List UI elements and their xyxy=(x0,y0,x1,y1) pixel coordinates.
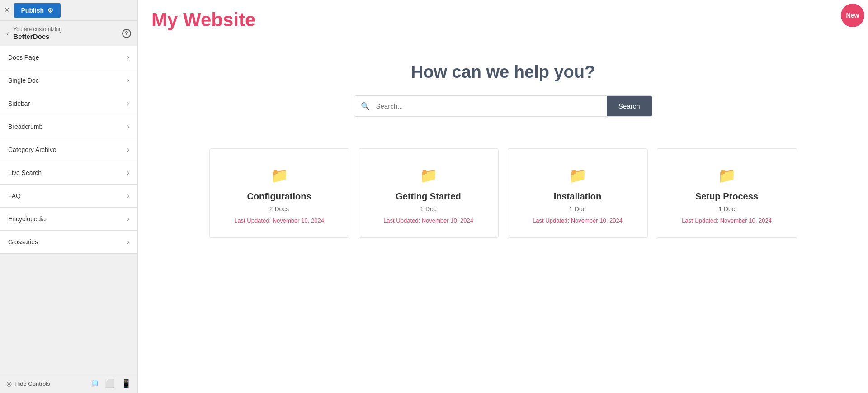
doc-card-updated: Last Updated: November 10, 2024 xyxy=(373,217,485,224)
main-content: My Website How can we help you? 🔍 Search… xyxy=(138,0,868,393)
search-button[interactable]: Search xyxy=(607,96,652,116)
doc-card-title: Getting Started xyxy=(373,191,485,202)
doc-card-updated: Last Updated: November 10, 2024 xyxy=(522,217,634,224)
publish-button[interactable]: Publish ⚙ xyxy=(14,3,61,18)
chevron-right-icon: › xyxy=(127,146,129,154)
folder-icon: 📁 xyxy=(223,167,335,184)
sidebar-nav: Docs Page›Single Doc›Sidebar›Breadcrumb›… xyxy=(0,46,137,374)
sidebar-item-label: Breadcrumb xyxy=(8,123,42,130)
chevron-right-icon: › xyxy=(127,53,129,62)
sidebar-item-breadcrumb[interactable]: Breadcrumb› xyxy=(0,115,137,138)
chevron-right-icon: › xyxy=(127,238,129,246)
desktop-view-icon[interactable]: 🖥 xyxy=(90,379,99,388)
doc-card-count: 2 Docs xyxy=(223,205,335,213)
site-title: My Website xyxy=(151,9,854,31)
doc-card-title: Configurations xyxy=(223,191,335,202)
folder-icon: 📁 xyxy=(522,167,634,184)
chevron-right-icon: › xyxy=(127,169,129,177)
hide-controls-label: Hide Controls xyxy=(14,380,50,387)
doc-card-count: 1 Doc xyxy=(373,205,485,213)
publish-label: Publish xyxy=(21,7,44,14)
search-input[interactable] xyxy=(376,96,607,116)
doc-card-count: 1 Doc xyxy=(671,205,783,213)
sidebar-item-glossaries[interactable]: Glossaries› xyxy=(0,231,137,254)
new-badge[interactable]: New xyxy=(841,4,864,27)
view-controls: 🖥 ⬜ 📱 xyxy=(90,379,131,388)
tablet-view-icon[interactable]: ⬜ xyxy=(105,379,115,388)
sidebar-item-label: FAQ xyxy=(8,192,21,199)
sidebar-item-label: Glossaries xyxy=(8,238,38,246)
doc-card-updated: Last Updated: November 10, 2024 xyxy=(223,217,335,224)
close-icon[interactable]: × xyxy=(5,5,9,15)
doc-card-title: Installation xyxy=(522,191,634,202)
sidebar-item-encyclopedia[interactable]: Encyclopedia› xyxy=(0,208,137,231)
sidebar-item-single-doc[interactable]: Single Doc› xyxy=(0,69,137,92)
hide-controls-button[interactable]: ◎ Hide Controls xyxy=(6,380,50,387)
sidebar-item-faq[interactable]: FAQ› xyxy=(0,185,137,208)
chevron-right-icon: › xyxy=(127,99,129,108)
customizing-name: BetterDocs xyxy=(13,33,62,40)
sidebar-item-label: Encyclopedia xyxy=(8,215,46,223)
doc-card[interactable]: 📁 Configurations 2 Docs Last Updated: No… xyxy=(209,148,349,238)
back-icon[interactable]: ‹ xyxy=(6,29,9,38)
sidebar-header: ‹ You are customizing BetterDocs ? xyxy=(0,21,137,46)
sidebar-top-bar: × Publish ⚙ xyxy=(0,0,137,21)
sidebar-item-label: Category Archive xyxy=(8,146,57,153)
search-icon: 🔍 xyxy=(354,102,376,110)
customizing-label: You are customizing xyxy=(13,26,62,33)
doc-card[interactable]: 📁 Getting Started 1 Doc Last Updated: No… xyxy=(359,148,499,238)
eye-icon: ◎ xyxy=(6,380,12,387)
sidebar-item-label: Docs Page xyxy=(8,54,39,61)
doc-card-title: Setup Process xyxy=(671,191,783,202)
sidebar-item-category-archive[interactable]: Category Archive› xyxy=(0,138,137,161)
sidebar: × Publish ⚙ ‹ You are customizing Better… xyxy=(0,0,138,393)
folder-icon: 📁 xyxy=(373,167,485,184)
sidebar-item-label: Single Doc xyxy=(8,77,39,84)
sidebar-item-docs-page[interactable]: Docs Page› xyxy=(0,46,137,69)
hero-section: How can we help you? 🔍 Search xyxy=(138,40,868,135)
doc-card-updated: Last Updated: November 10, 2024 xyxy=(671,217,783,224)
chevron-right-icon: › xyxy=(127,76,129,85)
doc-card[interactable]: 📁 Setup Process 1 Doc Last Updated: Nove… xyxy=(657,148,797,238)
gear-icon: ⚙ xyxy=(47,7,53,14)
customizing-block: You are customizing BetterDocs xyxy=(13,26,62,40)
search-bar: 🔍 Search xyxy=(354,95,652,117)
sidebar-item-label: Live Search xyxy=(8,169,42,176)
hero-title: How can we help you? xyxy=(147,62,859,82)
chevron-right-icon: › xyxy=(127,215,129,223)
cards-section: 📁 Configurations 2 Docs Last Updated: No… xyxy=(138,135,868,251)
mobile-view-icon[interactable]: 📱 xyxy=(121,379,131,388)
sidebar-item-sidebar[interactable]: Sidebar› xyxy=(0,92,137,115)
sidebar-item-label: Sidebar xyxy=(8,100,30,107)
sidebar-footer: ◎ Hide Controls 🖥 ⬜ 📱 xyxy=(0,374,137,393)
doc-card[interactable]: 📁 Installation 1 Doc Last Updated: Novem… xyxy=(508,148,648,238)
chevron-right-icon: › xyxy=(127,192,129,200)
chevron-right-icon: › xyxy=(127,123,129,131)
site-header: My Website xyxy=(138,0,868,40)
doc-card-count: 1 Doc xyxy=(522,205,634,213)
folder-icon: 📁 xyxy=(671,167,783,184)
help-icon[interactable]: ? xyxy=(122,29,131,38)
sidebar-item-live-search[interactable]: Live Search› xyxy=(0,161,137,185)
